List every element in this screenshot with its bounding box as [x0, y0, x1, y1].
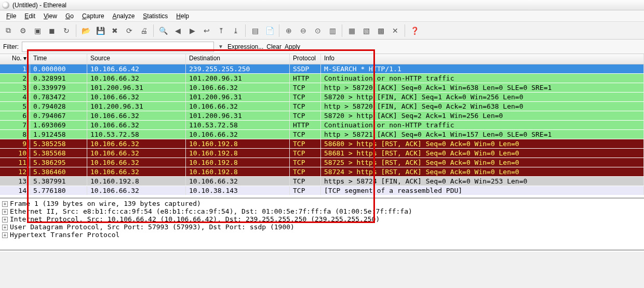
table-row[interactable]: 135.38799110.160.192.810.106.66.32TCPhtt…: [0, 177, 644, 186]
zoom-out-icon[interactable]: ⊖: [297, 24, 310, 37]
open-icon[interactable]: 📂: [79, 24, 92, 37]
filter-dropdown-icon[interactable]: ▼: [217, 44, 224, 49]
cell-source: 10.106.66.32: [87, 158, 186, 167]
table-row[interactable]: 10.00000010.106.66.42239.255.255.250SSDP…: [0, 64, 644, 74]
cell-destination: 10.10.38.143: [186, 186, 290, 195]
table-row[interactable]: 30.339979101.200.96.3110.106.66.32TCPhtt…: [0, 83, 644, 93]
preferences-icon[interactable]: ✕: [389, 24, 401, 37]
cell-protocol: TCP: [290, 130, 321, 139]
cell-no: 3: [0, 83, 30, 92]
menu-help[interactable]: Help: [173, 11, 192, 21]
colorize-icon[interactable]: ▤: [249, 24, 261, 37]
zoom-reset-icon[interactable]: ⊙: [312, 24, 324, 37]
column-info[interactable]: Info: [321, 54, 644, 64]
cell-destination: 10.106.66.32: [186, 177, 290, 186]
cell-source: 10.106.66.32: [87, 149, 186, 158]
menu-statistics[interactable]: Statistics: [140, 11, 171, 21]
filter-input[interactable]: [22, 42, 214, 52]
cell-info: http > 58720 [ACK] Seq=0 Ack=1 Win=638 L…: [321, 83, 644, 92]
cell-info: https > 58724 [FIN, ACK] Seq=0 Ack=0 Win…: [321, 177, 644, 186]
table-row[interactable]: 115.38629510.106.66.3210.160.192.8TCP587…: [0, 158, 644, 167]
table-row[interactable]: 20.32899110.106.66.32101.200.96.31HTTPCo…: [0, 74, 644, 83]
cell-destination: 10.160.192.8: [186, 139, 290, 148]
cell-protocol: TCP: [290, 186, 321, 195]
tree-expander-icon[interactable]: +: [2, 201, 8, 207]
bytes-pane-border: [0, 250, 644, 252]
start-capture-icon[interactable]: ▣: [31, 24, 44, 37]
detail-tree-node[interactable]: +User Datagram Protocol, Src Port: 57993…: [2, 223, 642, 231]
menu-analyze[interactable]: Analyze: [110, 11, 138, 21]
column-time[interactable]: Time: [30, 54, 87, 64]
cell-destination: 10.160.192.8: [186, 158, 290, 167]
table-row[interactable]: 145.77618010.106.66.3210.10.38.143TCP[TC…: [0, 186, 644, 195]
menu-view[interactable]: View: [41, 11, 60, 21]
cell-destination: 10.106.66.32: [186, 130, 290, 139]
cell-no: 10: [0, 149, 30, 158]
resize-columns-icon[interactable]: ▥: [326, 24, 339, 37]
column-source[interactable]: Source: [87, 54, 186, 64]
cell-no: 12: [0, 167, 30, 176]
capture-options-icon[interactable]: ⚙: [17, 24, 29, 37]
print-icon[interactable]: 🖨: [138, 24, 150, 37]
find-icon[interactable]: 🔍: [157, 24, 169, 37]
detail-tree-node[interactable]: +Hypertext Transfer Protocol: [2, 231, 642, 239]
column-no[interactable]: No. ▾: [0, 54, 30, 64]
table-row[interactable]: 71.69306910.106.66.32110.53.72.58HTTPCon…: [0, 121, 644, 130]
table-row[interactable]: 81.912458110.53.72.5810.106.66.32TCPhttp…: [0, 130, 644, 139]
cell-time: 0.339979: [30, 83, 87, 92]
table-row[interactable]: 50.794028101.200.96.3110.106.66.32TCPhtt…: [0, 102, 644, 111]
back-icon[interactable]: ◀: [171, 24, 184, 37]
jump-icon[interactable]: ↩: [200, 24, 213, 37]
cell-source: 110.53.72.58: [87, 130, 186, 139]
detail-tree-node[interactable]: +Frame 1 (139 bytes on wire, 139 bytes c…: [2, 200, 642, 207]
interfaces-icon[interactable]: ⧉: [2, 24, 15, 37]
table-row[interactable]: 95.38525810.106.66.3210.160.192.8TCP5868…: [0, 139, 644, 149]
go-bottom-icon[interactable]: ⤓: [230, 24, 242, 37]
reload-icon[interactable]: ⟳: [123, 24, 136, 37]
help-icon[interactable]: ❓: [408, 24, 421, 37]
cell-protocol: TCP: [290, 158, 321, 167]
cell-protocol: TCP: [290, 93, 321, 101]
menu-capture[interactable]: Capture: [79, 11, 108, 21]
cell-no: 1: [0, 64, 30, 73]
go-top-icon[interactable]: ⤒: [215, 24, 227, 37]
stop-capture-icon[interactable]: ◼: [46, 24, 58, 37]
cell-protocol: TCP: [290, 83, 321, 92]
tree-expander-icon[interactable]: +: [2, 225, 8, 230]
capture-filters-icon[interactable]: ▦: [345, 24, 358, 37]
cell-no: 11: [0, 158, 30, 167]
table-row[interactable]: 125.38646010.106.66.3210.160.192.8TCP587…: [0, 167, 644, 177]
filter-expression-button[interactable]: Expression...: [227, 43, 263, 50]
filter-label: Filter:: [3, 43, 19, 50]
table-row[interactable]: 60.79406710.106.66.32101.200.96.31TCP587…: [0, 111, 644, 121]
detail-tree-node[interactable]: +Internet Protocol, Src: 10.106.66.42 (1…: [2, 215, 642, 223]
table-row[interactable]: 40.78347210.106.66.32101.200.96.31TCP587…: [0, 93, 644, 102]
cell-source: 10.106.66.32: [87, 186, 186, 195]
restart-capture-icon[interactable]: ↻: [60, 24, 73, 37]
column-protocol[interactable]: Protocol: [290, 54, 321, 64]
cell-info: 58720 > http [FIN, ACK] Seq=1 Ack=0 Win=…: [321, 93, 644, 101]
cell-protocol: TCP: [290, 149, 321, 158]
tree-expander-icon[interactable]: +: [2, 217, 8, 222]
forward-icon[interactable]: ▶: [186, 24, 198, 37]
save-icon[interactable]: 💾: [94, 24, 106, 37]
table-row[interactable]: 105.38556810.106.66.3210.160.192.8TCP586…: [0, 149, 644, 158]
column-destination[interactable]: Destination: [186, 54, 290, 64]
menu-edit[interactable]: Edit: [21, 11, 38, 21]
close-icon[interactable]: ✖: [109, 24, 121, 37]
display-filters-icon[interactable]: ▧: [360, 24, 372, 37]
menu-file[interactable]: File: [3, 11, 19, 21]
tree-expander-icon[interactable]: +: [2, 209, 8, 215]
zoom-in-icon[interactable]: ⊕: [283, 24, 295, 37]
toolbar-separator: [76, 24, 76, 37]
cell-time: 5.387991: [30, 177, 87, 186]
filter-apply-button[interactable]: Apply: [285, 43, 300, 50]
auto-scroll-icon[interactable]: 📄: [263, 24, 276, 37]
menu-go[interactable]: Go: [62, 11, 77, 21]
cell-time: 0.794028: [30, 102, 87, 111]
filter-clear-button[interactable]: Clear: [266, 43, 281, 50]
cell-time: 0.783472: [30, 93, 87, 101]
detail-tree-node[interactable]: +Ethernet II, Src: e8:b1:fc:ca:9f:54 (e8…: [2, 207, 642, 215]
coloring-rules-icon[interactable]: ▩: [374, 24, 387, 37]
tree-expander-icon[interactable]: +: [2, 232, 8, 238]
